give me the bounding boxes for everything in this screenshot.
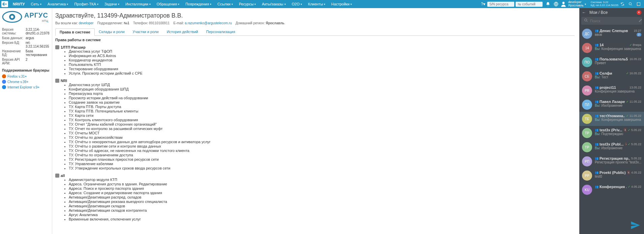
- chat-name: 👥 Павел Лазарев: [595, 100, 625, 104]
- search-event-input[interactable]: [516, 2, 543, 7]
- browser-link[interactable]: Chrome v.39+: [2, 80, 50, 84]
- chat-search-input[interactable]: [590, 19, 637, 23]
- permission-item: Диагностика услуг ТфОП: [69, 49, 575, 53]
- group-icon: 👥: [595, 128, 599, 132]
- nav-item[interactable]: Инсталляции▾: [123, 1, 153, 7]
- avatar: TP: [582, 142, 592, 152]
- edit-icon[interactable]: [639, 18, 643, 23]
- chat-last-msg: Вы: Изображение: [595, 146, 641, 150]
- browser-link[interactable]: Internet Explorer v.9+: [2, 85, 50, 89]
- search-sn-input[interactable]: [487, 2, 514, 7]
- sys-info: Система: 3.22 БД: rel-3.22.114.56155: [591, 1, 618, 7]
- nav-item[interactable]: Клиенты▾: [305, 1, 328, 7]
- chat-close-icon[interactable]: ✕: [637, 10, 641, 15]
- avatar: ПЛ: [582, 100, 592, 110]
- nav-item[interactable]: Акты/заказы▾: [259, 1, 288, 7]
- chat-back-icon[interactable]: ←: [582, 10, 586, 15]
- nav-item[interactable]: Аналитика▾: [45, 1, 71, 7]
- chat-item[interactable]: PR👥 project1113.05.22Конференция заверше…: [579, 83, 644, 98]
- user-meta: Вы вошли как: developer Подразделение: №…: [55, 21, 575, 25]
- tab[interactable]: Персонализация: [202, 28, 239, 35]
- check-icon: ✓: [626, 72, 629, 75]
- permission-item: ТУ. Отчёты о развитии сети и контроле вв…: [69, 144, 575, 148]
- bell-icon[interactable]: [544, 1, 552, 7]
- chat-name: 👥 Денис Слепцов: [595, 29, 632, 33]
- chat-item[interactable]: TP👥 test3x (Priv... 🔇✓ 5.05.22Вы: Подтве…: [579, 126, 644, 140]
- group-icon: 👥: [595, 29, 599, 32]
- main-content: Здравствуйте, 113499-Администраторов В.В…: [54, 9, 577, 234]
- svg-rect-3: [637, 3, 640, 6]
- user-block[interactable]: developer Ярославль ▾: [560, 1, 586, 7]
- chat-time: 15:27: [634, 29, 641, 32]
- email-link[interactable]: a.razumenko@argustelecom.ru: [185, 21, 232, 25]
- browser-link[interactable]: Firefox v.31+: [2, 74, 50, 78]
- check-icon: ✓: [630, 43, 632, 47]
- nav-home[interactable]: NRI/ТУ: [10, 1, 28, 7]
- person-icon: [55, 45, 59, 49]
- nav-item[interactable]: Ссылки▾: [215, 1, 236, 7]
- group-list: Диагностика услуг ТфОПИнформация из ACS …: [69, 49, 575, 75]
- permission-item: ТУ. Отчёты по ограничениям доступа: [69, 153, 575, 157]
- chat-name: 👥 Конференция ...: [595, 185, 626, 189]
- group-icon: 👥: [595, 171, 599, 174]
- user-icon: [560, 1, 567, 7]
- globe-icon[interactable]: [552, 1, 560, 7]
- fullscreen-icon[interactable]: [635, 1, 643, 7]
- chat-item[interactable]: PP👥 Proekt (Public) 🔇4.05.22test0: [579, 168, 644, 183]
- permission-item: Активация/Деактивация рюкзака выездного …: [69, 200, 575, 204]
- left-panel: АРГУС НТЦ Версия системы:3.22.114-dmz91.…: [0, 8, 52, 234]
- refresh-icon[interactable]: [618, 1, 626, 7]
- send-button[interactable]: [629, 219, 641, 231]
- avatar: ДС: [582, 29, 592, 39]
- chat-item[interactable]: ДС👥 Денис Слепцов15:27ввов2: [579, 27, 644, 41]
- nav-item[interactable]: Сеть▾: [28, 1, 44, 7]
- permission-item: Диагностика услуг ШПД: [69, 83, 575, 87]
- chat-last-msg: Привет: [595, 61, 641, 65]
- nav-item[interactable]: О2О▾: [289, 1, 305, 7]
- nav-item[interactable]: Обращения▾: [154, 1, 182, 7]
- tab[interactable]: Участки и роли: [129, 28, 163, 35]
- check-icon: ✓: [628, 142, 631, 146]
- chat-item[interactable]: TE👥 тестУпомина...✓ 11.05.22Вы: Конферен…: [579, 112, 644, 126]
- nav-item[interactable]: Профит-ТКА▾: [71, 1, 101, 7]
- chat-item[interactable]: РП👥 Регистрация пр...5.05.22Регистрация …: [579, 154, 644, 168]
- help-menu[interactable]: ?▾: [479, 0, 487, 8]
- chat-item[interactable]: 14👥 14✓ ВчераВы: Конференция завершена: [579, 41, 644, 55]
- chat-item[interactable]: TP👥 test3x (Publ... 🔇✓ 5.05.22Вы: Изобра…: [579, 140, 644, 154]
- back-button[interactable]: [1, 1, 8, 7]
- permission-item: ТУ. Отчёты об адресах, не нанесенных на …: [69, 149, 575, 153]
- browsers-heading: Поддерживаемые браузеры: [2, 69, 50, 72]
- avatar: PP: [582, 171, 592, 181]
- logo: АРГУС НТЦ: [2, 10, 50, 24]
- chat-time: 5.05.22: [631, 157, 641, 160]
- avatar: РП: [582, 156, 592, 166]
- chat-item[interactable]: KU👥 Конференция ...✓ 4.05.22: [579, 183, 644, 197]
- chat-name: 👥 test3x (Priv... 🔇: [595, 128, 626, 132]
- group-icon: 👥: [595, 142, 599, 146]
- chat-time: 4.05.22: [631, 171, 641, 174]
- chat-item[interactable]: ПО👥 Пользователь516.05.22Привет: [579, 55, 644, 69]
- tab[interactable]: Права в системе: [55, 28, 95, 36]
- chat-panel: ← Мои / Все ✕ ДС👥 Денис Слепцов15:27ввов…: [579, 8, 644, 234]
- info-row: Версия БД:rel-3.22.114.56155: [2, 41, 50, 48]
- chat-header: ← Мои / Все ✕: [579, 8, 644, 17]
- chat-item[interactable]: СЕ👥 Селфи✓ 16.05.22Вы: Тест: [579, 69, 644, 83]
- avatar: 14: [582, 43, 592, 53]
- tab[interactable]: Склады и роли: [95, 28, 129, 35]
- nav-item[interactable]: Повреждения▾: [183, 1, 214, 7]
- chat-name: 👥 project11: [595, 85, 628, 89]
- search-icon[interactable]: [626, 1, 635, 7]
- group-heading: 1ЛТП Расшир: [55, 45, 575, 49]
- chat-item[interactable]: ПЛ👥 Павел Лазарев✓ 11.05.22Вы: Изображен…: [579, 98, 644, 112]
- chat-name: 👥 тестУпомина...: [595, 114, 625, 118]
- chat-search: [581, 17, 642, 25]
- chat-time: ✓ 11.05.22: [626, 114, 641, 118]
- nav-item[interactable]: Ресурсы▾: [236, 1, 258, 7]
- nav-item[interactable]: Настройки▾: [329, 1, 355, 7]
- main-nav: NRI/ТУ Сеть▾Аналитика▾Профит-ТКА▾Задачи▾…: [10, 1, 476, 7]
- tab[interactable]: История действий: [163, 28, 202, 35]
- avatar: ПО: [582, 57, 592, 67]
- check-icon: ✓: [628, 185, 631, 188]
- login-link[interactable]: developer: [79, 21, 94, 25]
- nav-item[interactable]: Задачи▾: [102, 1, 122, 7]
